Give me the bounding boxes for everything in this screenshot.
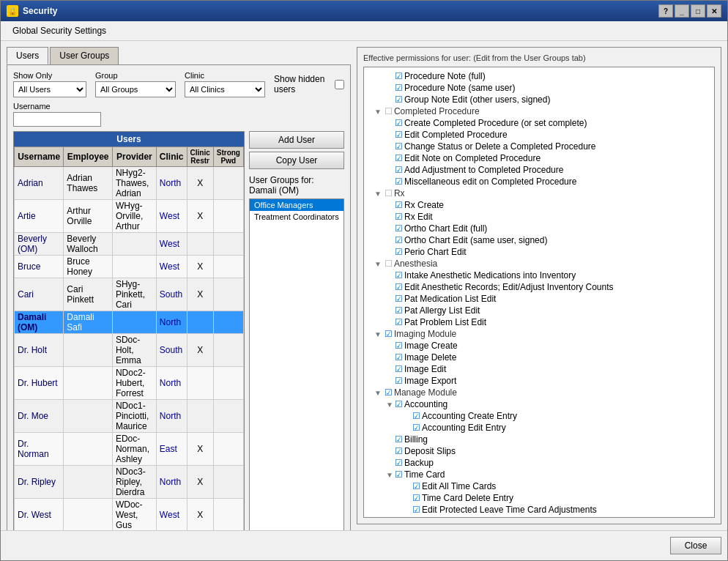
cell-clinic: West: [156, 200, 187, 233]
tab-users[interactable]: Users: [7, 47, 48, 64]
close-window-button[interactable]: ✕: [707, 4, 721, 18]
tree-checkbox[interactable]: ☑: [385, 387, 393, 398]
tree-checkbox[interactable]: ☑: [395, 153, 403, 163]
tree-checkbox[interactable]: ☑: [395, 165, 403, 175]
table-row[interactable]: Dr. Hubert NDoc2- Hubert, Forrest North: [15, 367, 244, 400]
tree-checkbox[interactable]: ☑: [412, 481, 420, 491]
tree-checkbox[interactable]: ☑: [395, 200, 403, 210]
username-input[interactable]: [13, 112, 101, 127]
table-row[interactable]: Dr. Moe NDoc1- Pinciotti, Maurice North: [15, 400, 244, 433]
tree-checkbox[interactable]: ☑: [412, 505, 420, 515]
tree-checkbox[interactable]: ☑: [395, 399, 403, 409]
tree-label: Billing: [404, 434, 428, 445]
tree-label: Time Card Delete Entry: [422, 493, 513, 503]
tree-checkbox[interactable]: ☑: [395, 469, 403, 480]
cell-strong-pwd: [213, 466, 243, 499]
tree-checkbox[interactable]: ☑: [395, 458, 403, 468]
tree-checkbox[interactable]: ☑: [395, 341, 403, 351]
cell-strong-pwd: [213, 433, 243, 466]
cell-clinic-restr: X: [187, 200, 213, 233]
tree-item: ☑Edit All Time Cards: [367, 480, 711, 492]
tree-checkbox[interactable]: ☑: [395, 130, 403, 140]
permissions-tree[interactable]: ☑Procedure Note (full)☑Procedure Note (s…: [363, 67, 715, 518]
table-row[interactable]: Damali (OM) Damali Safi North: [15, 311, 244, 334]
tree-checkbox[interactable]: ☑: [395, 223, 403, 234]
table-row[interactable]: Dr. Holt SDoc- Holt, Emma South X: [15, 334, 244, 367]
close-button[interactable]: Close: [670, 537, 721, 554]
tree-checkbox[interactable]: ☑: [412, 493, 420, 503]
tree-item: ☑Image Export: [367, 375, 711, 387]
show-only-select[interactable]: All Users: [13, 81, 86, 97]
tree-checkbox[interactable]: ☑: [395, 141, 403, 152]
minimize-button[interactable]: _: [675, 4, 689, 18]
tree-checkbox[interactable]: ☑: [395, 83, 403, 93]
cell-employee: [64, 400, 113, 433]
show-hidden-group: Show hidden users: [274, 74, 344, 94]
copy-user-button[interactable]: Copy User: [249, 152, 344, 169]
tree-checkbox[interactable]: ☑: [395, 94, 403, 105]
tree-label: Image Edit: [404, 364, 446, 374]
help-button[interactable]: ?: [658, 4, 673, 18]
maximize-button[interactable]: □: [691, 4, 705, 18]
tree-checkbox[interactable]: ☑: [395, 317, 403, 327]
tree-checkbox[interactable]: ☐: [385, 106, 393, 116]
tree-checkbox[interactable]: ☐: [385, 516, 393, 518]
cell-username: Dr. Norman: [15, 433, 64, 466]
tree-checkbox[interactable]: ☑: [395, 446, 403, 456]
table-row[interactable]: Bruce Bruce Honey West X: [15, 256, 244, 278]
tree-checkbox[interactable]: ☑: [395, 434, 403, 445]
tree-item: ☑Edit Note on Completed Procedure: [367, 152, 711, 164]
tab-user-groups[interactable]: User Groups: [50, 47, 119, 64]
cell-username: Dr. Ripley: [15, 466, 64, 499]
menu-global-security[interactable]: Global Security Settings: [7, 24, 112, 37]
tree-checkbox[interactable]: ☑: [395, 282, 403, 292]
tree-checkbox[interactable]: ☑: [395, 177, 403, 187]
cell-strong-pwd: [213, 367, 243, 400]
cell-employee: [64, 466, 113, 499]
table-row[interactable]: Dr. Ripley NDoc3- Ripley, Dierdra North …: [15, 466, 244, 499]
window-controls[interactable]: ? _ □ ✕: [658, 4, 721, 18]
table-row[interactable]: Artie Arthur Orville WHyg- Orville, Arth…: [15, 200, 244, 233]
clinic-select[interactable]: All Clinics: [185, 81, 265, 97]
tree-checkbox[interactable]: ☑: [395, 235, 403, 245]
tree-checkbox[interactable]: ☑: [395, 352, 403, 363]
table-row[interactable]: Beverly (OM) Beverly Walloch West: [15, 233, 244, 256]
table-row[interactable]: Dr. West WDoc- West, Gus West X: [15, 499, 244, 531]
table-row[interactable]: Cari Cari Pinkett SHyg- Pinkett, Cari So…: [15, 278, 244, 311]
tree-item: ☑Image Edit: [367, 363, 711, 375]
table-wrapper[interactable]: Username Employee Provider Clinic Clinic…: [14, 146, 244, 530]
users-table-container: Users Username Employee Provider Clinic: [13, 131, 245, 530]
tree-checkbox[interactable]: ☑: [395, 376, 403, 386]
right-panel: Effective permissions for user: (Edit fr…: [357, 47, 721, 524]
tree-checkbox[interactable]: ☑: [395, 305, 403, 316]
cell-clinic: North: [156, 167, 187, 200]
tree-label: Group Note Edit (other users, signed): [404, 94, 550, 105]
tree-label: Rx Create: [404, 200, 444, 210]
group-select[interactable]: All Groups: [95, 81, 176, 97]
cell-strong-pwd: [213, 233, 243, 256]
cell-employee: [64, 367, 113, 400]
tree-item: ☑Time Card Delete Entry: [367, 492, 711, 504]
tree-checkbox[interactable]: ☑: [395, 294, 403, 304]
tree-label: Completed Procedure: [394, 106, 480, 116]
tree-checkbox[interactable]: ☐: [385, 259, 393, 269]
user-group-item[interactable]: Office Managers: [250, 199, 343, 211]
tree-checkbox[interactable]: ☑: [395, 71, 403, 81]
tree-checkbox[interactable]: ☑: [385, 329, 393, 339]
tree-checkbox[interactable]: ☑: [395, 270, 403, 280]
tree-checkbox[interactable]: ☑: [395, 247, 403, 257]
tree-checkbox[interactable]: ☑: [395, 364, 403, 374]
tree-label: Rx Edit: [404, 212, 433, 222]
tree-checkbox[interactable]: ☐: [385, 188, 393, 198]
add-user-button[interactable]: Add User: [249, 131, 344, 149]
tree-label: Pat Allergy List Edit: [404, 305, 480, 316]
table-row[interactable]: Dr. Norman EDoc- Norman, Ashley East X: [15, 433, 244, 466]
user-group-item[interactable]: Treatment Coordinators: [250, 211, 343, 223]
table-row[interactable]: Adrian Adrian Thawes NHyg2- Thawes, Adri…: [15, 167, 244, 200]
tree-checkbox[interactable]: ☑: [412, 411, 420, 421]
cell-strong-pwd: [213, 334, 243, 367]
tree-checkbox[interactable]: ☑: [395, 212, 403, 222]
tree-checkbox[interactable]: ☑: [412, 423, 420, 433]
show-hidden-checkbox[interactable]: [335, 80, 344, 89]
tree-checkbox[interactable]: ☑: [395, 118, 403, 128]
